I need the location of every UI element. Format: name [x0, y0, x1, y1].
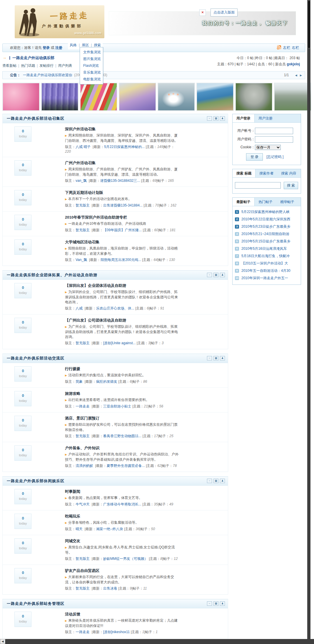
top-nav-link[interactable]: 风格: [70, 43, 77, 47]
latest-post-link[interactable]: 妙龄MM征一男友（可视频）: [103, 557, 148, 561]
post-link[interactable]: 2010年5月22日星期六深圳东西: [241, 217, 290, 222]
search-tab-2[interactable]: 搜索 内容: [277, 169, 300, 177]
tab-user-login[interactable]: 用户登录: [233, 114, 255, 122]
dropdown-item[interactable]: 电影集浏览: [80, 76, 103, 83]
cookie-select[interactable]: 保存一月: [255, 145, 281, 150]
moderator-link[interactable]: 一路走走: [76, 630, 90, 634]
forum-title-link[interactable]: 2010年春节深圳户外活动自助游专栏: [65, 215, 127, 220]
post-link[interactable]: 2010年5月21~24日阳朔自助游: [241, 232, 289, 237]
member-icon[interactable]: ♟: [220, 116, 225, 121]
grid-view-icon[interactable]: ▦: [213, 273, 218, 277]
grid-view-icon[interactable]: ▦: [213, 356, 218, 360]
dropdown-item[interactable]: 图片集浏览: [80, 56, 103, 62]
search-button[interactable]: 搜 索: [284, 182, 298, 189]
vertical-scrollbar-thumb[interactable]: [308, 1, 310, 48]
moderator-link[interactable]: 暂无版主: [76, 203, 90, 207]
login-link[interactable]: 登录: [43, 46, 50, 50]
rss-icon[interactable]: [277, 45, 281, 49]
search-tab-1[interactable]: 搜索作者: [255, 169, 277, 177]
collapse-icon[interactable]: −: [207, 601, 212, 606]
rocky-coast-photo[interactable]: [196, 83, 234, 111]
moderator-link[interactable]: 流浪的蚂蚁: [76, 464, 93, 468]
vertical-scrollbar[interactable]: [307, 0, 310, 639]
account-input[interactable]: [255, 128, 293, 134]
cherry-blossom-photo[interactable]: [2, 83, 40, 111]
latest-post-link[interactable]: 湘菜一绝--炸八块: [96, 527, 123, 531]
latest-post-link[interactable]: [原创]Unite against...: [103, 341, 136, 345]
moderator-link[interactable]: 暂无版主: [76, 434, 90, 438]
register-link[interactable]: 注册: [55, 46, 62, 50]
moderator-link[interactable]: 晴天: [76, 527, 83, 531]
quick-link[interactable]: 热门话题: [21, 64, 35, 68]
latest-post-link[interactable]: [原创]nikeshox11: [103, 630, 130, 634]
lavender-photo[interactable]: [41, 83, 78, 111]
member-icon[interactable]: ♟: [220, 601, 225, 606]
dropdown-item[interactable]: Flash浏览: [80, 62, 103, 69]
flower-stripes-photo[interactable]: [80, 83, 117, 111]
post-link[interactable]: 5月16日大船出海打鱼，快艇冲: [241, 254, 290, 259]
post-link[interactable]: 5月22日探索惠州神秘的野人峡: [241, 209, 290, 214]
forum-title-link[interactable]: 时事新闻: [65, 489, 80, 494]
forum-title-link[interactable]: 【广州出发】公司团体活动及自助游: [65, 318, 126, 323]
collapse-icon[interactable]: −: [207, 116, 212, 121]
tab-user-register[interactable]: 用户注册: [255, 114, 276, 122]
forum-title-link[interactable]: 深圳户外活动召集: [65, 127, 96, 132]
collapse-icon[interactable]: −: [207, 356, 212, 360]
rss-column-link[interactable]: 右栏: [292, 46, 299, 50]
post-link[interactable]: 2010年5月15日徒步广东最美乡: [241, 239, 290, 244]
forum-title-link[interactable]: 驴友产品自由贸易区: [65, 568, 99, 573]
top-nav-link[interactable]: 搜索: [94, 43, 101, 47]
rss-column-link[interactable]: 左栏: [283, 46, 290, 50]
boulder-photo[interactable]: [235, 83, 273, 111]
forum-title-link[interactable]: 大学城地区活动召集: [65, 239, 99, 245]
latest-post-link[interactable]: 广东移动今年将取消长...: [103, 502, 141, 506]
moderator-link[interactable]: 简象: [76, 380, 83, 384]
moderator-link[interactable]: 暂无版主: [76, 341, 90, 345]
latest-post-link[interactable]: 疯狂的发烧友: [96, 380, 117, 384]
speedboat-photo[interactable]: [158, 83, 195, 111]
latest-post-link[interactable]: 夏季野外生存露营必备...: [107, 464, 145, 468]
latest-post-link[interactable]: 【09年国庆】广州长隆...: [103, 228, 142, 232]
horizontal-scrollbar[interactable]: ◀: [0, 639, 314, 644]
announcement-link[interactable]: 一路走走户外运动俱乐部欢迎你: [23, 71, 72, 79]
site-logo[interactable]: 一路走走 户外運動俱樂部 www.gd1688.com: [15, 5, 104, 38]
posts-tab-0[interactable]: 最新帖子: [233, 198, 255, 206]
moderator-link[interactable]: 暂无版主: [76, 557, 90, 561]
quick-link[interactable]: 用户列表: [58, 64, 72, 68]
grid-view-icon[interactable]: ▦: [213, 601, 218, 606]
grid-view-icon[interactable]: ▦: [213, 479, 218, 483]
post-link[interactable]: 2010年深圳一路走走户外五一: [241, 276, 288, 281]
enter-forum-button[interactable]: 点击进入版面: [211, 9, 238, 16]
member-icon[interactable]: ♟: [220, 273, 225, 277]
moderator-link[interactable]: Van_飘: [76, 258, 87, 262]
latest-post-link[interactable]: 出售冰毒: [103, 586, 117, 590]
section-title[interactable]: 一路走走俱乐部企业团体拓展、户外运动及自助游: [7, 272, 97, 278]
section-title[interactable]: 一路走走户外俱乐部休闲娱乐区: [7, 478, 64, 484]
moderator-link[interactable]: 一路走走: [76, 404, 90, 408]
moderator-link[interactable]: 暂无版主: [76, 228, 90, 232]
close-icon[interactable]: ×: [199, 9, 206, 16]
quick-link[interactable]: 查看新帖: [2, 64, 16, 68]
forum-title-link[interactable]: 下周及近期活动计划版: [65, 190, 103, 195]
prev-announcement-icon[interactable]: ◀: [295, 74, 297, 77]
forum-title-link[interactable]: 户外装备、户外知识: [65, 445, 99, 451]
password-input[interactable]: [255, 136, 293, 143]
latest-post-link[interactable]: 三亚自助游小贴士: [103, 404, 131, 408]
moderator-link[interactable]: 牛气冲天: [76, 502, 90, 506]
section-title[interactable]: 一路走走户外俱乐部站务管理区: [7, 601, 64, 606]
latest-post-link[interactable]: 迷昏藥135-34188432三...: [100, 179, 140, 183]
latest-post-link[interactable]: 番禺香江野生动物园11...: [103, 434, 141, 438]
section-title[interactable]: 一路走走户外俱乐部活动召集区: [7, 116, 64, 121]
post-link[interactable]: 【2010五一深圳户外活动】大: [241, 261, 288, 266]
posts-tab-2[interactable]: 精华帖子: [276, 198, 298, 206]
moderator-link[interactable]: 暂无版主: [76, 586, 90, 590]
scroll-left-arrow[interactable]: ◀: [0, 639, 5, 644]
forum-title-link[interactable]: 旅游攻略: [65, 391, 80, 396]
post-link[interactable]: 2010年5月16日汕尾浪漫风车: [241, 246, 287, 251]
latest-post-link[interactable]: 阳朔每周五出发200元纯...: [101, 258, 141, 262]
search-input[interactable]: [235, 182, 281, 189]
grid-view-icon[interactable]: ▦: [213, 116, 218, 121]
dropdown-item[interactable]: 文件集浏览: [80, 49, 103, 56]
top-nav-link[interactable]: 展区: [82, 43, 89, 47]
collapse-icon[interactable]: −: [207, 273, 212, 277]
